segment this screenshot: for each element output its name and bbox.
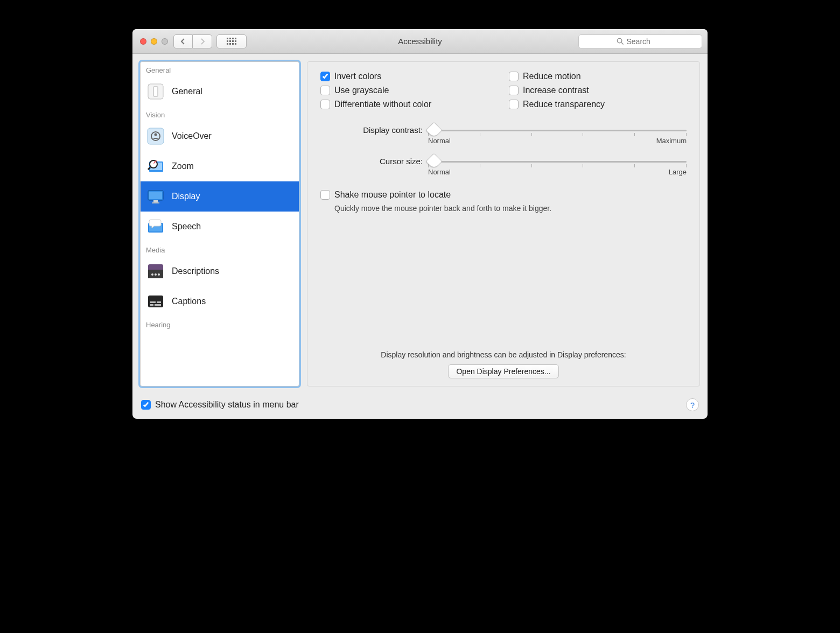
checkbox-invert-colors[interactable]: Invert colors xyxy=(320,72,498,81)
checkbox-increase-contrast[interactable]: Increase contrast xyxy=(509,86,687,95)
checkbox-icon xyxy=(320,72,330,81)
shake-description: Quickly move the mouse pointer back and … xyxy=(334,204,687,213)
checkbox-icon xyxy=(320,190,330,200)
sidebar-item-display[interactable]: Display xyxy=(141,181,299,212)
chevron-left-icon xyxy=(180,38,186,45)
slider-label: Cursor size: xyxy=(320,156,428,166)
help-button[interactable]: ? xyxy=(686,398,699,411)
checkbox-label: Shake mouse pointer to locate xyxy=(334,190,451,200)
svg-point-21 xyxy=(158,273,160,276)
checkbox-shake-locate[interactable]: Shake mouse pointer to locate xyxy=(320,190,687,200)
sidebar-item-label: Captions xyxy=(172,297,206,306)
sidebar-item-label: VoiceOver xyxy=(172,131,212,141)
slider-track[interactable] xyxy=(428,161,687,163)
svg-rect-23 xyxy=(150,301,156,303)
voiceover-icon xyxy=(146,126,165,146)
sidebar-item-speech[interactable]: Speech xyxy=(141,212,299,242)
close-window-button[interactable] xyxy=(140,38,146,45)
checkbox-icon xyxy=(509,100,519,109)
svg-rect-24 xyxy=(157,301,161,303)
svg-rect-25 xyxy=(150,304,153,306)
sidebar-section-vision: Vision xyxy=(141,107,299,121)
svg-rect-4 xyxy=(148,128,164,144)
svg-rect-3 xyxy=(153,87,158,96)
svg-rect-14 xyxy=(152,202,159,203)
body: General General Vision VoiceOver Zoom xyxy=(132,54,708,394)
sidebar-section-hearing: Hearing xyxy=(141,316,299,331)
checkbox-menubar-status[interactable]: Show Accessibility status in menu bar xyxy=(141,400,299,410)
sidebar-item-label: Display xyxy=(172,192,200,201)
slider-label: Display contrast: xyxy=(320,124,428,135)
titlebar: Accessibility xyxy=(132,29,708,54)
minimize-window-button[interactable] xyxy=(151,38,157,45)
slider-cursor-size: Cursor size: Normal Large xyxy=(320,156,687,176)
window-controls xyxy=(140,38,168,45)
nav-buttons xyxy=(173,34,212,48)
display-icon xyxy=(146,187,165,206)
checkbox-reduce-motion[interactable]: Reduce motion xyxy=(509,72,687,81)
checkbox-label: Use grayscale xyxy=(334,86,389,95)
bottom-bar: Show Accessibility status in menu bar ? xyxy=(132,394,708,419)
slider-max-label: Maximum xyxy=(656,137,687,145)
search-field[interactable] xyxy=(578,34,702,48)
checkbox-icon xyxy=(320,100,330,109)
sidebar-item-voiceover[interactable]: VoiceOver xyxy=(141,121,299,151)
svg-point-6 xyxy=(155,133,157,136)
checkbox-icon xyxy=(320,86,330,95)
checkbox-label: Differentiate without color xyxy=(334,100,431,109)
checkbox-icon xyxy=(509,86,519,95)
svg-rect-12 xyxy=(149,192,162,199)
sidebar[interactable]: General General Vision VoiceOver Zoom xyxy=(140,61,299,386)
zoom-icon xyxy=(146,157,165,176)
checkbox-label: Invert colors xyxy=(334,72,381,81)
descriptions-icon xyxy=(146,262,165,281)
zoom-window-button[interactable] xyxy=(162,38,168,45)
sidebar-item-label: Zoom xyxy=(172,161,194,171)
sidebar-item-zoom[interactable]: Zoom xyxy=(141,151,299,181)
search-icon xyxy=(617,38,624,45)
slider-max-label: Large xyxy=(669,168,687,176)
checkbox-label: Reduce motion xyxy=(523,72,581,81)
slider-min-label: Normal xyxy=(428,137,451,145)
checkbox-label: Reduce transparency xyxy=(523,100,605,109)
slider-track[interactable] xyxy=(428,130,687,131)
checkbox-icon xyxy=(141,400,151,410)
captions-icon xyxy=(146,292,165,311)
svg-point-19 xyxy=(151,273,153,276)
sidebar-item-label: Speech xyxy=(172,222,201,231)
checkbox-differentiate[interactable]: Differentiate without color xyxy=(320,100,498,109)
forward-button[interactable] xyxy=(193,34,212,48)
chevron-right-icon xyxy=(200,38,205,45)
checkbox-reduce-transparency[interactable]: Reduce transparency xyxy=(509,100,687,109)
sidebar-section-media: Media xyxy=(141,242,299,256)
checkbox-label: Increase contrast xyxy=(523,86,589,95)
svg-rect-13 xyxy=(153,200,158,202)
accessibility-window: Accessibility General General Vision Voi… xyxy=(132,29,708,419)
svg-point-0 xyxy=(617,38,621,43)
footer-note: Display resolution and brightness can be… xyxy=(320,350,687,359)
back-button[interactable] xyxy=(173,34,193,48)
sidebar-item-descriptions[interactable]: Descriptions xyxy=(141,256,299,286)
general-icon xyxy=(146,82,165,101)
checkbox-label: Show Accessibility status in menu bar xyxy=(155,400,299,410)
sidebar-item-general[interactable]: General xyxy=(141,76,299,107)
svg-line-1 xyxy=(621,43,624,45)
svg-point-20 xyxy=(155,273,157,276)
grid-icon xyxy=(227,38,236,45)
open-display-preferences-button[interactable]: Open Display Preferences... xyxy=(448,364,558,378)
checkbox-use-grayscale[interactable]: Use grayscale xyxy=(320,86,498,95)
sidebar-item-label: General xyxy=(172,87,202,96)
content-pane: Invert colors Reduce motion Use grayscal… xyxy=(307,61,700,386)
sidebar-item-label: Descriptions xyxy=(172,266,219,276)
search-input[interactable] xyxy=(627,37,664,46)
slider-min-label: Normal xyxy=(428,168,451,176)
sidebar-item-captions[interactable]: Captions xyxy=(141,286,299,316)
show-all-button[interactable] xyxy=(216,34,247,48)
slider-display-contrast: Display contrast: Normal Maximum xyxy=(320,124,687,145)
checkbox-icon xyxy=(509,72,519,81)
speech-icon xyxy=(146,217,165,236)
svg-rect-26 xyxy=(155,304,161,306)
sidebar-section-general: General xyxy=(141,62,299,76)
